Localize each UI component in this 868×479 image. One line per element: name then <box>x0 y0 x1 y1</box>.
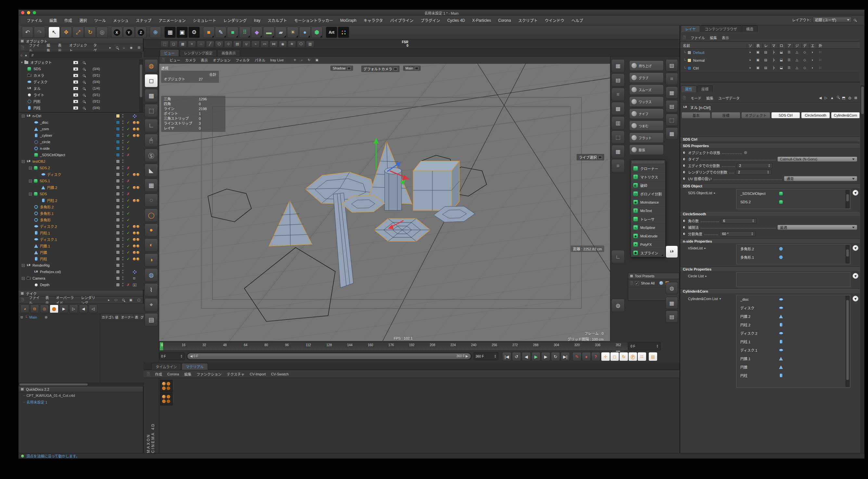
texture-sphere-b-button[interactable]: ◍ <box>665 282 678 294</box>
object-label[interactable]: 円錐.2 <box>47 185 57 190</box>
filter-row[interactable]: カメラ(0/1) <box>19 72 144 78</box>
layer-toggle-icon[interactable]: ◇ <box>801 58 808 62</box>
rb-3-button[interactable]: ▦ <box>665 86 678 99</box>
material-tag-icon[interactable] <box>133 173 136 176</box>
filter-row[interactable]: SDS(0/4) <box>19 66 144 72</box>
magnet-tool-button[interactable]: ⌇ <box>145 283 158 296</box>
expander-icon[interactable]: − <box>29 167 32 169</box>
tree-row[interactable]: _disc✓ <box>19 119 144 126</box>
visibility-toggle-icon[interactable] <box>73 87 78 90</box>
layer-toggle-icon[interactable]: ◗ <box>809 66 816 69</box>
quickdoc-item[interactable]: ─CPT_IKARUGA_01-4_Col.c4d <box>19 392 144 399</box>
array-grid-6-button[interactable]: ⬚ <box>611 131 625 144</box>
state-dots[interactable] <box>122 159 123 164</box>
polygons-mode-button[interactable]: ⬡ <box>215 41 223 48</box>
state-dots[interactable] <box>122 192 123 196</box>
popup-item[interactable]: ∿MoSpline <box>631 223 665 231</box>
material-tag-icon[interactable] <box>136 231 140 234</box>
object-label[interactable]: ディスク <box>47 172 61 177</box>
render-tag-icon[interactable] <box>133 284 136 286</box>
layer-label[interactable]: Normal <box>693 59 705 62</box>
layer-toggle-icon[interactable]: ╞ <box>770 66 777 69</box>
visibility-toggle-icon[interactable] <box>73 80 78 84</box>
globe-icon[interactable] <box>659 281 663 285</box>
layer-swatch[interactable] <box>116 192 120 196</box>
tree-row[interactable]: _corn✓ <box>19 126 144 132</box>
layer-column-header[interactable]: エ <box>809 43 817 48</box>
popup-item[interactable]: ◧破砕 <box>631 181 665 189</box>
tree-row[interactable]: −SDS✗ <box>19 191 144 197</box>
add-material-button[interactable]: ● <box>299 27 311 38</box>
next-key-button[interactable]: ↻ <box>551 352 560 361</box>
layer-toggle-icon[interactable]: ∷ <box>817 58 824 62</box>
export-marked-takes-button[interactable]: ◀ <box>79 305 88 313</box>
auto-take-button[interactable]: ◎ <box>40 305 49 313</box>
attr-menu-item[interactable]: 編集 <box>706 95 713 101</box>
target-icon[interactable]: ◎ <box>848 96 851 100</box>
history-forward-icon[interactable]: ▷ <box>825 96 827 100</box>
texture-mode-button[interactable]: ▦ <box>179 41 187 48</box>
sculpt-brush-button[interactable]: フラット <box>629 132 664 143</box>
state-dots[interactable] <box>122 224 123 229</box>
orange-ring-button[interactable]: ◯ <box>145 209 158 222</box>
viewport-menu-item[interactable]: パネル <box>255 58 266 63</box>
x-axis-lock-button[interactable]: X <box>111 27 122 38</box>
undo-button[interactable]: ↶ <box>22 27 33 38</box>
quickdoc-item[interactable]: ─名称未設定 1 <box>19 399 144 405</box>
menubar-item[interactable]: 選択 <box>76 18 91 23</box>
layer-menu-item[interactable]: 表示 <box>722 35 729 40</box>
add-spline-button[interactable]: ✎ <box>215 27 226 38</box>
menubar-item[interactable]: キャラクタ <box>360 18 386 23</box>
object-label[interactable]: ディスク.2 <box>40 224 57 229</box>
layer-toggle-icon[interactable]: △ <box>794 66 800 69</box>
anim-toggle-icon[interactable] <box>683 151 686 154</box>
render-settings-button[interactable]: ⚙ <box>188 27 200 38</box>
add-primitive-button[interactable]: ■ <box>203 27 214 38</box>
layer-toggle-icon[interactable]: ☰ <box>786 50 792 54</box>
state-dots[interactable] <box>122 179 123 184</box>
anim-toggle-icon[interactable] <box>683 226 686 229</box>
enabled-check-icon[interactable]: ✓ <box>127 121 130 125</box>
menubar-item[interactable]: Iray <box>250 18 264 23</box>
dropdown-field[interactable]: Catmull-Clark (N-Gons) <box>777 157 857 162</box>
array-grid-1-button[interactable]: ▦ <box>611 59 625 72</box>
stepper-arrows-icon[interactable]: ▲▼ <box>751 232 753 236</box>
layer-color-swatch[interactable] <box>687 51 691 55</box>
list-item[interactable]: 円錐.2 <box>737 312 850 321</box>
menubar-item[interactable]: プラグイン <box>417 18 444 23</box>
array-grid-3-button[interactable]: ⌗ <box>611 88 625 101</box>
expand-icon[interactable]: ▾ <box>21 61 23 64</box>
popup-item[interactable]: ◳ボロノイ分割 <box>631 189 665 198</box>
drag-handle[interactable] <box>683 35 686 40</box>
number-field[interactable]: 2▲▼ <box>737 163 773 168</box>
target-tag-icon[interactable]: ⊡ <box>133 277 135 280</box>
material-tag-icon[interactable] <box>133 245 136 248</box>
layer-toggle-icon[interactable]: ▤ <box>763 50 769 54</box>
material-tag-icon[interactable] <box>136 121 140 124</box>
pick-object-icon[interactable]: ➤ <box>851 244 860 252</box>
layer-toggle-icon[interactable]: ▤ <box>763 58 769 62</box>
enabled-check-icon[interactable]: ✓ <box>127 244 130 248</box>
snap-badge-button[interactable]: Ⓢ <box>145 149 158 162</box>
export-all-takes-button[interactable]: ◁ <box>89 305 97 313</box>
material-tag-icon[interactable] <box>133 231 136 234</box>
enabled-check-icon[interactable]: ✓ <box>127 172 130 177</box>
layer-color-swatch[interactable] <box>687 66 691 70</box>
drag-handle[interactable] <box>683 96 686 100</box>
layer-toggle-icon[interactable]: ⬓ <box>778 58 784 62</box>
select-filter-icon[interactable] <box>83 81 85 83</box>
deformed-edit-button[interactable]: ▥ <box>306 41 314 48</box>
tree-row[interactable]: ディスク.2✓ <box>19 223 144 230</box>
material-menu-item[interactable]: テクスチャ <box>227 372 245 377</box>
object-label[interactable]: 円錐.1 <box>40 243 50 249</box>
array-grid-8-button[interactable]: ⌗ <box>611 159 625 172</box>
live-selection-button[interactable]: ↖ <box>49 27 60 38</box>
layer-toggle-icon[interactable]: ⬓ <box>778 50 784 54</box>
tree-row[interactable]: −Camera⊡ <box>19 275 144 282</box>
object-label[interactable]: 多角形.1 <box>40 211 54 216</box>
sculpt-brush-button[interactable]: スムーズ <box>629 85 664 95</box>
list-item[interactable]: ディスク <box>737 304 850 312</box>
layer-swatch[interactable] <box>116 185 120 189</box>
redo-button[interactable]: ↷ <box>34 27 45 38</box>
record-rotation-button[interactable]: ↻ <box>619 352 628 361</box>
